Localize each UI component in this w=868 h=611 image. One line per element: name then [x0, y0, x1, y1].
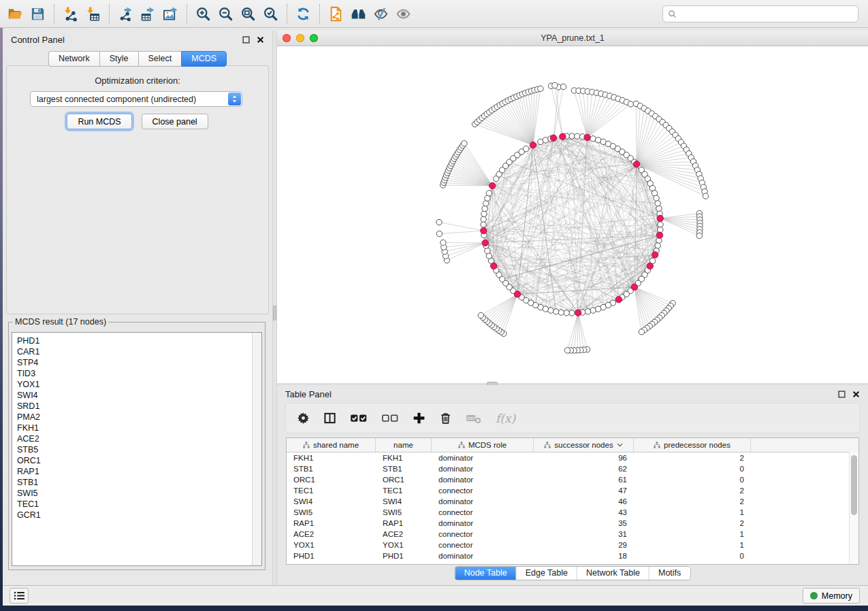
graph-node[interactable]	[560, 84, 566, 89]
close-panel-button[interactable]: Close panel	[142, 114, 208, 129]
mcds-result-item[interactable]: GCR1	[17, 510, 261, 521]
graph-node[interactable]	[569, 310, 575, 316]
graph-node[interactable]	[548, 308, 553, 313]
share-network-button[interactable]	[325, 3, 347, 24]
table-scrollbar-thumb[interactable]	[851, 455, 857, 515]
graph-node[interactable]	[436, 231, 442, 236]
graph-node[interactable]	[543, 137, 548, 143]
window-close-button[interactable]	[283, 34, 291, 42]
tab-edge-table[interactable]: Edge Table	[517, 567, 577, 580]
export-network-button[interactable]	[114, 3, 137, 24]
mcds-result-item[interactable]: FKH1	[17, 423, 261, 433]
zoom-fit-content-button[interactable]	[237, 3, 259, 24]
graph-node[interactable]	[654, 195, 659, 201]
delete-columns-button[interactable]	[439, 410, 452, 427]
table-row[interactable]: RAP1RAP1dominator352	[287, 518, 858, 529]
graph-node[interactable]	[478, 312, 483, 318]
table-row[interactable]: TEC1TEC1connector472	[287, 485, 858, 496]
zoom-out-button[interactable]	[214, 3, 237, 24]
search-all-networks-button[interactable]	[347, 3, 370, 24]
graph-hub-node[interactable]	[657, 215, 663, 221]
tab-style[interactable]: Style	[99, 51, 138, 67]
save-session-button[interactable]	[27, 3, 49, 24]
automation-panel-button[interactable]	[10, 588, 29, 604]
table-panel-close-button[interactable]	[852, 390, 860, 398]
column-header-shared-name[interactable]: shared name	[287, 438, 376, 452]
graph-node[interactable]	[486, 191, 492, 196]
table-row[interactable]: PHD1PHD1dominator180	[287, 550, 858, 561]
mcds-result-item[interactable]: RAP1	[17, 466, 261, 477]
tab-select[interactable]: Select	[138, 51, 182, 67]
graph-node[interactable]	[481, 222, 486, 227]
graph-hub-node[interactable]	[550, 135, 556, 141]
graph-node[interactable]	[485, 248, 490, 254]
table-panel-float-button[interactable]	[837, 390, 846, 398]
mcds-result-item[interactable]: STB5	[17, 444, 261, 455]
graph-hub-node[interactable]	[652, 252, 658, 258]
graph-node[interactable]	[564, 310, 569, 316]
column-header-mcds-role[interactable]: MCDS role	[432, 438, 534, 452]
graph-node[interactable]	[552, 82, 558, 88]
import-table-from-file-button[interactable]	[82, 3, 104, 24]
graph-node[interactable]	[462, 141, 467, 146]
graph-hub-node[interactable]	[656, 232, 662, 238]
graph-node[interactable]	[553, 309, 558, 314]
graph-node[interactable]	[656, 205, 662, 211]
hide-graphics-details-button[interactable]	[370, 3, 392, 24]
table-row[interactable]: SWI4SWI4dominator462	[287, 496, 858, 507]
graph-node[interactable]	[655, 201, 660, 206]
mcds-result-item[interactable]: STB1	[17, 477, 261, 488]
mcds-result-list[interactable]: PHD1CAR1STP4TID3YOX1SWI4SRD1PMA2FKH1ACE2…	[12, 332, 262, 566]
graph-hub-node[interactable]	[530, 142, 536, 148]
mcds-result-item[interactable]: CAR1	[17, 346, 261, 357]
table-row[interactable]: ACE2ACE2connector311	[287, 529, 858, 540]
table-scrollbar[interactable]	[849, 452, 858, 564]
graph-node[interactable]	[596, 306, 601, 312]
graph-hub-node[interactable]	[481, 227, 487, 233]
show-graphics-details-button[interactable]	[392, 3, 415, 24]
open-session-button[interactable]	[4, 3, 27, 24]
tab-network-table[interactable]: Network Table	[577, 567, 649, 580]
mcds-result-item[interactable]: ACE2	[17, 433, 261, 444]
search-input[interactable]	[677, 6, 858, 21]
mcds-result-item[interactable]: YOX1	[17, 379, 261, 390]
table-row[interactable]: YOX1YOX1connector291	[287, 540, 858, 550]
graph-node[interactable]	[558, 310, 564, 315]
table-row[interactable]: FKH1FKH1dominator962	[287, 452, 858, 463]
zoom-selected-region-button[interactable]	[259, 3, 282, 24]
tab-motifs[interactable]: Motifs	[649, 567, 690, 580]
toggle-panes-button[interactable]	[323, 410, 336, 427]
mcds-result-item[interactable]: TEC1	[17, 499, 261, 510]
control-panel-close-button[interactable]	[256, 35, 264, 44]
search-box[interactable]	[662, 5, 858, 22]
delete-table-button[interactable]	[466, 410, 482, 427]
graph-node[interactable]	[569, 133, 575, 139]
mcds-result-item[interactable]: ORC1	[17, 455, 261, 466]
run-mcds-button[interactable]: Run MCDS	[67, 114, 131, 129]
graph-hub-node[interactable]	[560, 133, 566, 139]
result-list-scrollbar[interactable]	[252, 333, 261, 565]
column-header-name[interactable]: name	[376, 438, 432, 452]
mcds-result-item[interactable]: SWI4	[17, 390, 261, 401]
graph-node[interactable]	[590, 136, 596, 142]
column-header-successor-nodes[interactable]: successor nodes	[534, 438, 634, 452]
graph-node[interactable]	[440, 240, 446, 245]
column-header-predecessor-nodes[interactable]: predecessor nodes	[634, 438, 751, 452]
graph-hub-node[interactable]	[514, 291, 520, 297]
graph-node[interactable]	[639, 329, 644, 335]
window-minimize-button[interactable]	[296, 34, 304, 42]
graph-node[interactable]	[628, 101, 633, 107]
graph-node[interactable]	[590, 308, 596, 313]
network-window-titlebar[interactable]: YPA_prune.txt_1	[277, 31, 868, 46]
vertical-splitter-handle[interactable]	[273, 306, 276, 320]
zoom-in-button[interactable]	[192, 3, 214, 24]
mcds-result-item[interactable]: SWI5	[17, 488, 261, 499]
mcds-result-item[interactable]: TID3	[17, 368, 261, 379]
optimization-criterion-select[interactable]: largest connected component (undirected)	[30, 91, 242, 107]
table-row[interactable]: STB1STB1dominator620	[287, 463, 858, 474]
network-canvas[interactable]	[277, 46, 868, 383]
mcds-result-item[interactable]: SRD1	[17, 401, 261, 412]
graph-hub-node[interactable]	[482, 240, 488, 246]
hide-all-columns-button[interactable]	[381, 410, 399, 427]
graph-node[interactable]	[483, 201, 489, 206]
